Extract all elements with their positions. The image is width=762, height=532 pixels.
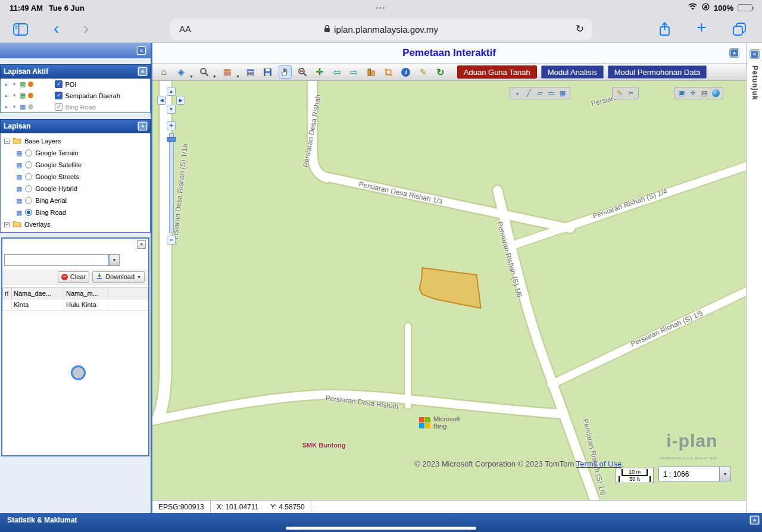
base-layer-radio[interactable] [25,173,32,180]
refresh-icon[interactable]: ↻ [434,65,447,79]
combobox-dropdown-icon[interactable]: ▼ [109,254,120,266]
aduan-guna-tanah-button[interactable]: Aduan Guna Tanah [457,65,537,79]
collapse-active-layers-button[interactable]: ▲ [138,67,147,76]
zoom-out-button[interactable]: − [167,236,176,245]
move-layer-up-icon[interactable]: ▲ [3,104,9,109]
save-icon[interactable] [261,65,274,79]
layers-title: Lapisan [4,122,30,130]
draw-line-icon[interactable]: ╱ [524,89,533,98]
previous-extent-icon[interactable]: ⇦ [330,65,343,79]
petunjuk-tab-label[interactable]: Petunjuk [751,65,759,101]
address-bar[interactable]: AA iplan.planmalaysia.gov.my ↻ [170,18,592,40]
draw-rectangle-icon[interactable]: ▭ [546,89,556,98]
table-row[interactable]: Kinta Hulu Kinta [3,299,148,311]
base-layer-radio-selected[interactable] [25,209,32,216]
column-header[interactable]: ri [3,288,12,299]
new-tab-icon[interactable]: + [697,18,706,36]
zoom-tools-icon[interactable] [198,65,211,79]
map-toolbar: ⌂ ◈▼ ▼ ▦▼ ▤ ✛ ⇦ ⇨ i ✎ ↻ Aduan Guna Tanah… [152,63,746,81]
screen: 11:49 AM Tue 6 Jun ••• 100% ‹ › AA iplan… [0,0,762,532]
pan-west-button[interactable]: ◀ [157,96,166,105]
collapse-layers-button[interactable]: ▲ [138,122,147,130]
layers-menu-icon[interactable]: ◈ [174,65,188,79]
next-extent-icon[interactable]: ⇨ [348,65,361,79]
sidebar-toggle-icon[interactable] [13,23,28,38]
download-button[interactable]: Download ▼ [92,271,145,283]
close-results-icon[interactable]: ✕ [137,240,146,249]
crop-tool-icon[interactable] [382,65,395,79]
zoom-slider-track[interactable] [169,133,174,233]
map-export-icon[interactable]: ▤ [244,65,257,79]
layer-legend-icon[interactable]: ▦ [20,104,26,110]
collapse-sidebar-button[interactable]: « [137,46,146,55]
edit-pencil-icon[interactable]: ✎ [615,89,624,98]
pan-north-button[interactable]: ▲ [167,87,176,96]
identify-box-icon[interactable]: ▣ [677,89,686,98]
measure-tool-icon[interactable]: ✎ [417,65,430,79]
reload-icon[interactable]: ↻ [576,23,584,35]
base-layer-radio[interactable] [25,185,32,192]
note-icon[interactable]: ▤ [699,89,709,98]
draw-point-icon[interactable]: • [513,89,522,98]
draw-polygon-icon[interactable]: ▱ [535,89,545,98]
column-header[interactable]: Nama_m... [64,288,108,299]
zoom-previous-icon[interactable] [296,65,309,79]
info-tool-icon[interactable]: i [399,65,413,79]
layer-label: Bing Road [65,104,95,111]
layers-menu-caret-icon: ▼ [189,74,193,80]
column-header[interactable]: Nama_dae... [12,288,64,299]
scale-ratio-select[interactable]: 1 : 1066 ▼ [658,467,731,481]
layer-checkbox-sempadan[interactable]: ✓ [55,92,63,99]
transform-tool-icon[interactable] [365,65,378,79]
pan-east-button[interactable]: ▶ [176,96,185,105]
remove-layer-icon[interactable] [28,93,33,98]
modul-analisis-button[interactable]: Modul Analisis [541,65,604,79]
layer-legend-icon[interactable]: ▦ [20,92,26,99]
scale-dropdown-icon[interactable]: ▼ [719,467,730,481]
tabs-overview-icon[interactable] [732,22,747,39]
snapshot-icon[interactable]: ▦ [558,89,567,98]
rotation-lock-icon [702,3,710,12]
home-extent-icon[interactable]: ⌂ [157,65,170,79]
tree-expand-icon[interactable]: + [4,222,10,227]
layer-type-icon: ▦ [16,209,22,216]
reader-text-size-button[interactable]: AA [179,24,191,34]
collapse-title-button[interactable]: ▲ [730,49,739,57]
map-canvas[interactable]: Persiaran Desa Rishah (S) 1/1a Persiaran… [152,81,746,500]
layer-checkbox-poi[interactable]: ✓ [55,80,63,88]
tree-node-overlays[interactable]: + Overlays [1,218,150,230]
remove-layer-icon[interactable] [28,82,33,87]
cut-icon[interactable]: ✂ [626,89,636,98]
zoom-in-button[interactable]: + [167,121,176,130]
pan-south-button[interactable]: ▼ [167,105,176,114]
modul-permohonan-data-button[interactable]: Modul Permohonan Data [608,65,707,79]
multitask-ellipsis-icon[interactable]: ••• [376,5,386,11]
tree-node-base-layers[interactable]: − Base Layers [1,135,150,147]
base-layer-radio[interactable] [25,161,32,168]
full-extent-icon[interactable]: ✛ [313,65,326,79]
move-feature-icon[interactable]: ✛ [688,89,698,98]
move-layer-up-icon[interactable]: ▲ [3,93,9,98]
move-layer-down-icon[interactable]: ▼ [11,104,17,109]
layer-legend-icon[interactable]: ▦ [20,81,26,87]
terms-of-use-link[interactable]: Terms of Use, [576,459,624,468]
pan-tool-icon[interactable] [279,65,292,79]
move-layer-up-icon[interactable]: ▲ [3,82,9,87]
base-layer-radio[interactable] [25,197,32,204]
basemap-picker-icon[interactable]: ▦ [221,65,234,79]
tree-collapse-icon[interactable]: − [4,139,10,144]
zoom-slider-handle[interactable] [167,137,176,142]
clear-button[interactable]: − Clear [58,271,89,283]
globe-icon[interactable] [711,89,720,98]
search-combobox-input[interactable] [4,254,109,266]
forward-button[interactable]: › [83,20,89,37]
base-layer-radio[interactable] [25,149,32,157]
move-layer-down-icon[interactable]: ▼ [11,93,17,98]
move-layer-down-icon[interactable]: ▼ [11,82,17,87]
share-icon[interactable] [658,21,671,39]
home-indicator[interactable] [286,527,476,530]
expand-statistics-button[interactable]: ▲ [750,516,759,524]
back-button[interactable]: ‹ [54,20,59,37]
expand-right-panel-button[interactable]: « [750,50,759,58]
statistics-bar-label: Statistik & Maklumat [7,516,77,524]
